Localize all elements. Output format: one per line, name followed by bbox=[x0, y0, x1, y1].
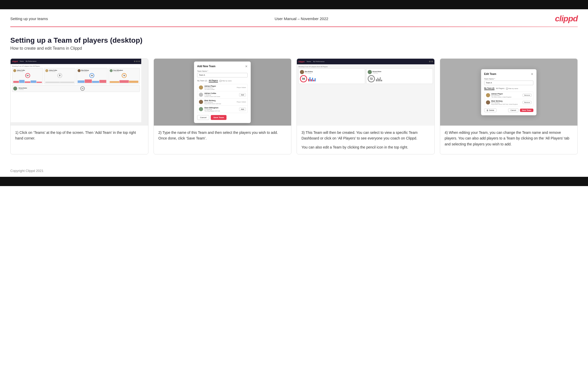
copyright-text: Copyright Clippd 2021 bbox=[10, 169, 44, 173]
mock-tc-avatar-2 bbox=[368, 70, 372, 74]
step-4-screenshot: Edit Team ✕ Team Name * Team A My Team (… bbox=[440, 59, 578, 126]
modal-cancel-button[interactable]: Cancel bbox=[197, 115, 209, 120]
mock-nav-teams: My Performance bbox=[26, 61, 36, 62]
step-1-description: 1) Click on ‘Teams’ at the top of the sc… bbox=[11, 126, 148, 154]
mock-player-4: Dave Billingham 3.5 Handicap 78 bbox=[108, 68, 140, 84]
mock-avatar-1 bbox=[13, 69, 16, 72]
mock-nav-home: Home bbox=[20, 61, 24, 62]
edit-modal-close-icon[interactable]: ✕ bbox=[531, 72, 533, 76]
edit-player-name-2: Blair McHarg bbox=[491, 100, 522, 102]
player-avatar-3 bbox=[199, 100, 203, 104]
team-name-input[interactable]: Team A bbox=[197, 73, 248, 77]
player-list: Adrian Player Plus Handicap The Shire Lo… bbox=[197, 84, 248, 113]
filter-tab[interactable]: Filter by name bbox=[220, 80, 232, 82]
mock-dot-3a bbox=[429, 61, 431, 62]
header: Setting up your teams User Manual – Nove… bbox=[0, 9, 588, 27]
edit-player-club-1: The Shire London, United Kingdom bbox=[491, 96, 522, 98]
edit-modal-footer: 🗑 Delete Cancel Save Team bbox=[484, 108, 533, 112]
bottom-bar bbox=[0, 177, 588, 186]
mock-bars-5 bbox=[138, 87, 138, 91]
edit-player-row-1: Adrian Player Plus Handicap The Shire Lo… bbox=[484, 92, 533, 99]
all-players-tab[interactable]: All Players bbox=[209, 80, 218, 82]
step-3-card: clippd Teams My Performance Showing 5 ou… bbox=[297, 58, 435, 154]
mock-avatar-5 bbox=[13, 86, 17, 90]
player-name-3: Blair McHarg bbox=[204, 100, 235, 101]
mock-nav-3: clippd Teams My Performance bbox=[297, 59, 434, 64]
step-2-card: Add New Team ✕ Team Name * Team A My Tea… bbox=[154, 58, 292, 154]
mock-player-3: Blair McHarg Plus Handicap 94 bbox=[76, 68, 107, 84]
footer: Copyright Clippd 2021 bbox=[0, 165, 588, 177]
edit-all-players-tab[interactable]: All Players bbox=[496, 88, 505, 90]
remove-player-2-button[interactable]: Remove bbox=[523, 101, 531, 104]
mock-score-4: 78 bbox=[122, 73, 127, 78]
checkbox-icon bbox=[220, 80, 221, 82]
top-bar bbox=[0, 0, 588, 9]
player-status-3: Player Added bbox=[237, 101, 246, 103]
edit-cancel-button[interactable]: Cancel bbox=[508, 108, 518, 112]
player-avatar-4 bbox=[199, 107, 203, 111]
header-section-label: Setting up your teams bbox=[10, 16, 48, 21]
trash-icon: 🗑 bbox=[486, 109, 488, 111]
mock-tc-name-2: Richard Butler bbox=[373, 71, 381, 72]
mock-tc-name-1: Blair McHarg bbox=[305, 71, 313, 72]
mock-content-1: Showing 5 out of 5 players from All Play… bbox=[11, 64, 141, 93]
mock-logo-3: clippd bbox=[298, 60, 305, 63]
edit-team-modal: Edit Team ✕ Team Name * Team A My Team (… bbox=[481, 69, 536, 115]
my-team-tab[interactable]: My Team (2) bbox=[197, 80, 207, 82]
mock-bars-4 bbox=[110, 79, 139, 83]
mock-player-1: Adrian Coliba Plus Handicap 84 bbox=[12, 68, 43, 84]
remove-player-1-button[interactable]: Remove bbox=[523, 94, 531, 97]
team-name-label: Team Name * bbox=[197, 70, 248, 72]
delete-team-button[interactable]: 🗑 Delete bbox=[484, 108, 497, 112]
mock-nav-1: clippd Home My Performance bbox=[11, 59, 141, 64]
mock-player-5: Richard Butler 7 Handicap 72 bbox=[12, 85, 140, 92]
edit-modal-title: Edit Team bbox=[484, 73, 496, 75]
edit-team-name-input[interactable]: Team A bbox=[484, 81, 533, 85]
player-status-1: Player Added bbox=[237, 87, 246, 88]
mock-avatar-3 bbox=[78, 69, 80, 72]
modal-title: Add New Team bbox=[197, 65, 215, 68]
edit-my-team-tab[interactable]: My Team (2) bbox=[484, 87, 494, 90]
player-avatar-1 bbox=[199, 85, 203, 90]
player-name-2: Adrian Coliba bbox=[204, 92, 238, 94]
player-avatar-2 bbox=[199, 93, 203, 97]
mock-score-2: 0 bbox=[57, 73, 62, 78]
edit-team-name-label: Team Name * bbox=[484, 78, 533, 80]
page-title-section: Setting up a Team of players (desktop) H… bbox=[0, 27, 588, 56]
step-1-card: clippd Home My Performance Showing 5 out… bbox=[10, 58, 148, 154]
edit-checkbox-icon bbox=[506, 88, 508, 90]
edit-player-club-2: Royal North Devon Golf Club, United King… bbox=[491, 103, 522, 105]
add-player-4-button[interactable]: Add bbox=[239, 108, 246, 111]
mock-tc-bars-1 bbox=[308, 76, 316, 81]
mock-team-content: Showing 5 out of 5 players from All Play… bbox=[297, 64, 434, 85]
modal-tabs: My Team (2) All Players Filter by name bbox=[197, 80, 248, 82]
mock-players-label: Showing 5 out of 5 players from All Play… bbox=[12, 66, 140, 67]
modal-close-icon[interactable]: ✕ bbox=[245, 65, 248, 68]
edit-filter-tab[interactable]: Filter by name bbox=[506, 88, 518, 90]
add-player-2-button[interactable]: Add bbox=[239, 93, 246, 97]
step-3-screenshot: clippd Teams My Performance Showing 5 ou… bbox=[297, 59, 434, 126]
mock-dot-1 bbox=[134, 61, 135, 62]
step-2-screenshot: Add New Team ✕ Team Name * Team A My Tea… bbox=[154, 59, 291, 126]
edit-avatar-1 bbox=[486, 93, 490, 97]
edit-save-button[interactable]: Save Team bbox=[520, 109, 533, 112]
mock-score-1: 84 bbox=[25, 73, 30, 78]
mock-bars-3 bbox=[78, 79, 106, 83]
add-team-modal: Add New Team ✕ Team Name * Team A My Tea… bbox=[194, 62, 251, 123]
mock-score-5: 72 bbox=[80, 86, 85, 91]
mock-dot-3b bbox=[431, 61, 433, 62]
step-3-text-1: 3) This Team will then be created. You c… bbox=[301, 130, 430, 141]
step-4-text: 4) When editing your Team, you can chang… bbox=[445, 130, 569, 146]
mock-team-player-cards: Blair McHarg Plus Handicap 94 bbox=[298, 68, 433, 84]
player-name-1: Adrian Player bbox=[204, 85, 235, 87]
modal-save-button[interactable]: Save Team bbox=[211, 115, 226, 120]
edit-player-row-2: Blair McHarg Plus Handicap Royal North D… bbox=[484, 99, 533, 106]
mock-bars-1 bbox=[13, 79, 42, 83]
mock-dot-3 bbox=[138, 61, 140, 62]
edit-player-list: Adrian Player Plus Handicap The Shire Lo… bbox=[484, 92, 533, 106]
step-3-description: 3) This Team will then be created. You c… bbox=[297, 126, 434, 154]
mock-dot-2 bbox=[136, 61, 138, 62]
player-club-3: Royal North Devon Golf Club bbox=[204, 103, 235, 104]
page-subtitle: How to create and edit Teams in Clippd bbox=[10, 46, 578, 51]
mock-logo-1: clippd bbox=[12, 60, 18, 63]
